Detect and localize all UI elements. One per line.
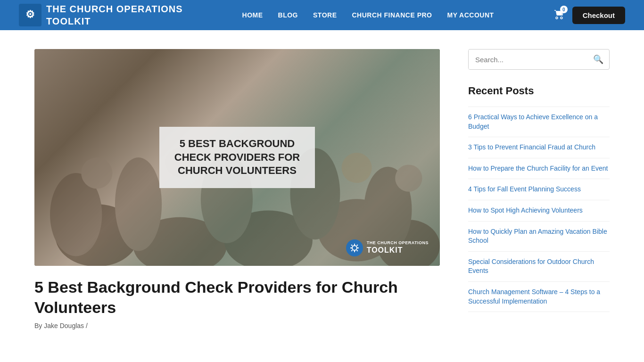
- recent-post-link[interactable]: How to Quickly Plan an Amazing Vacation …: [468, 228, 607, 245]
- hero-title-line2: CHECK PROVIDERS FOR: [174, 151, 300, 165]
- article-meta: By Jake Douglas /: [34, 322, 440, 329]
- article-title: 5 Best Background Check Providers for Ch…: [34, 277, 440, 317]
- recent-post-item: 3 Tips to Prevent Financial Fraud at Chu…: [468, 137, 610, 158]
- hero-image: 5 BEST BACKGROUND CHECK PROVIDERS FOR CH…: [34, 49, 440, 266]
- checkout-button[interactable]: Checkout: [572, 7, 625, 24]
- svg-point-16: [395, 165, 422, 191]
- nav-church-finance-pro[interactable]: CHURCH FINANCE PRO: [352, 11, 432, 19]
- svg-point-12: [81, 157, 112, 189]
- svg-point-8: [115, 157, 162, 251]
- logo-icon: ⚙: [19, 4, 41, 26]
- hero-watermark: THE CHURCH OPERATIONS TOOLKIT: [346, 239, 429, 256]
- page-wrapper: 5 BEST BACKGROUND CHECK PROVIDERS FOR CH…: [16, 30, 628, 348]
- search-icon: 🔍: [593, 55, 603, 64]
- recent-post-link[interactable]: 3 Tips to Prevent Financial Fraud at Chu…: [468, 143, 595, 151]
- hero-watermark-icon: [346, 239, 363, 256]
- recent-post-item: How to Spot High Achieving Volunteers: [468, 200, 610, 222]
- nav-blog[interactable]: BLOG: [278, 11, 298, 19]
- watermark-top: THE CHURCH OPERATIONS: [367, 240, 429, 246]
- search-button[interactable]: 🔍: [587, 49, 609, 69]
- recent-post-item: 4 Tips for Fall Event Planning Success: [468, 179, 610, 200]
- recent-post-item: Church Management Software – 4 Steps to …: [468, 282, 610, 312]
- main-content: 5 BEST BACKGROUND CHECK PROVIDERS FOR CH…: [34, 49, 440, 329]
- recent-post-link[interactable]: Special Considerations for Outdoor Churc…: [468, 258, 594, 275]
- svg-point-17: [352, 246, 357, 250]
- recent-post-link[interactable]: 4 Tips for Fall Event Planning Success: [468, 185, 581, 193]
- watermark-gear-icon: [349, 243, 360, 253]
- hero-watermark-text: THE CHURCH OPERATIONS TOOLKIT: [367, 240, 429, 255]
- nav-my-account[interactable]: MY ACCOUNT: [447, 11, 494, 19]
- logo-top-text: THE CHURCH OPERATIONS: [46, 3, 183, 15]
- hero-overlay-title: 5 BEST BACKGROUND CHECK PROVIDERS FOR CH…: [174, 137, 300, 178]
- nav-store[interactable]: STORE: [313, 11, 337, 19]
- cart-button[interactable]: 0: [553, 8, 565, 22]
- hero-title-line3: CHURCH VOLUNTEERS: [174, 164, 300, 178]
- recent-posts-heading: Recent Posts: [468, 85, 610, 97]
- recent-post-link[interactable]: How to Spot High Achieving Volunteers: [468, 206, 583, 214]
- author-link[interactable]: Jake Douglas: [44, 322, 84, 329]
- sidebar: 🔍 Recent Posts 6 Practical Ways to Achie…: [468, 49, 610, 329]
- logo-bottom-text: TOOLKIT: [46, 15, 183, 27]
- watermark-bottom: TOOLKIT: [367, 246, 429, 255]
- recent-post-item: How to Prepare the Church Facility for a…: [468, 158, 610, 180]
- recent-post-item: 6 Practical Ways to Achieve Excellence o…: [468, 107, 610, 137]
- header-right: 0 Checkout: [553, 7, 625, 24]
- logo-text: THE CHURCH OPERATIONS TOOLKIT: [46, 3, 183, 27]
- search-box: 🔍: [468, 49, 610, 70]
- recent-post-link[interactable]: 6 Practical Ways to Achieve Excellence o…: [468, 113, 598, 130]
- hero-title-line1: 5 BEST BACKGROUND: [174, 137, 300, 151]
- cart-count: 0: [560, 6, 568, 13]
- hero-overlay-box: 5 BEST BACKGROUND CHECK PROVIDERS FOR CH…: [159, 127, 315, 188]
- site-header: ⚙ THE CHURCH OPERATIONS TOOLKIT HOME BLO…: [0, 0, 644, 30]
- search-input[interactable]: [469, 50, 587, 69]
- recent-post-item: How to Quickly Plan an Amazing Vacation …: [468, 222, 610, 252]
- svg-point-15: [342, 153, 372, 183]
- nav-home[interactable]: HOME: [242, 11, 263, 19]
- hero-image-wrap: 5 BEST BACKGROUND CHECK PROVIDERS FOR CH…: [34, 49, 440, 266]
- recent-post-link[interactable]: How to Prepare the Church Facility for a…: [468, 165, 608, 172]
- recent-post-item: Special Considerations for Outdoor Churc…: [468, 252, 610, 282]
- main-nav: HOME BLOG STORE CHURCH FINANCE PRO MY AC…: [242, 11, 494, 19]
- logo[interactable]: ⚙ THE CHURCH OPERATIONS TOOLKIT: [19, 3, 183, 27]
- recent-posts-list: 6 Practical Ways to Achieve Excellence o…: [468, 107, 610, 312]
- recent-post-link[interactable]: Church Management Software – 4 Steps to …: [468, 288, 600, 305]
- meta-separator: /: [86, 322, 88, 329]
- svg-text:⚙: ⚙: [25, 8, 35, 20]
